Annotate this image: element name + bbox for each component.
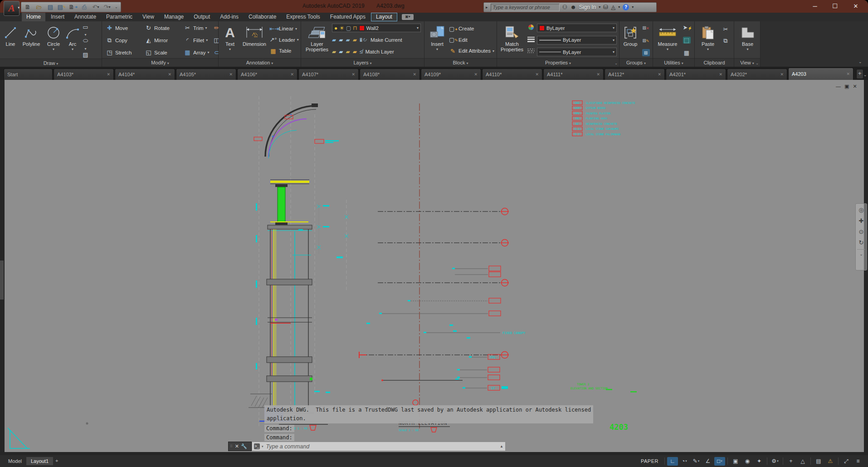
object-snap-tracking-toggle[interactable]: ∠ [702,457,713,466]
file-tab-a4108[interactable]: A4108*✕ [360,69,420,80]
ribbon-tab-insert[interactable]: Insert [46,13,69,21]
ribbon-tab-annotate[interactable]: Annotate [70,13,101,21]
command-wrench-icon[interactable]: 🔧 [241,443,247,449]
new-tab-button[interactable]: + [856,69,863,79]
file-tab-a4109[interactable]: A4109*✕ [421,69,481,80]
ribbon-tab-home[interactable]: Home [22,13,45,21]
sign-in-chevron-icon[interactable]: ▾ [599,3,600,12]
close-icon[interactable]: ✕ [780,72,784,77]
layer-off-icon[interactable]: ▰ [332,49,336,54]
fillet-tool[interactable]: ◜Fillet▾ [184,35,212,46]
ribbon-tab-manage[interactable]: Manage [160,13,188,21]
panel-label-block[interactable]: Block▾ [424,58,497,67]
file-tab-a4203-active[interactable]: A4203✕ [788,68,853,80]
file-tab-a4111[interactable]: A4111*✕ [543,69,604,80]
circle-tool[interactable]: Circle ▾ [44,22,63,59]
group-edit-icon[interactable]: ⧈✎ [642,37,650,44]
selection-cycling-toggle[interactable]: ▣ [730,457,741,466]
command-expand-icon[interactable]: ▲ [500,444,503,448]
doc-minimize-icon[interactable]: — [836,84,841,89]
file-tab-a4202[interactable]: A4202*✕ [727,69,787,80]
ellipse-icon[interactable]: ⬭ ▾ [82,37,89,51]
annotation-scale-button[interactable]: △ [797,457,808,466]
search-icon[interactable]: ⚇ [562,3,568,12]
rectangle-icon[interactable]: ▭ ▾ [82,24,89,37]
annotation-visibility-toggle[interactable]: ◉ [742,457,753,466]
match-properties-button[interactable]: Match Properties [499,22,525,58]
scale-tool[interactable]: ◱Scale [145,47,183,58]
doc-close-icon[interactable]: ✕ [853,84,857,89]
layer-walk-icon[interactable]: ▰ [339,49,343,54]
ribbon-tab-addins[interactable]: Add-ins [215,13,243,21]
arc-tool[interactable]: Arc ▾ [64,22,81,59]
cut-icon[interactable]: ✂ [722,26,730,33]
recent-commands-chevron[interactable]: ▾ [262,445,263,448]
mirror-tool[interactable]: ◭Mirror [145,35,183,46]
ribbon-tab-parametric[interactable]: Parametric [102,13,137,21]
polyline-tool[interactable]: Polyline [20,22,43,59]
command-input[interactable] [265,443,498,450]
plot-preview-icon[interactable]: 🗎➜ [69,4,77,11]
file-tab-a4104[interactable]: A4104*✕ [115,69,175,80]
group-selection-toggle[interactable]: ⧈ [642,49,650,56]
line-tool[interactable]: Line [2,22,19,59]
panel-label-draw[interactable]: Draw▾ [0,59,102,67]
model-tab[interactable]: Model [4,457,26,465]
panel-label-annotation[interactable]: Annotation▾ [219,58,301,67]
command-bar-grip[interactable]: ⠿ ✕ 🔧 [228,442,252,451]
maximize-button[interactable]: ☐ [828,2,842,11]
left-scroll-indicator[interactable] [0,261,4,300]
paper-space-indicator[interactable]: PAPER [641,458,658,464]
panel-label-modify[interactable]: Modify▾ [102,58,218,67]
array-tool[interactable]: ▦Array▾ [184,47,212,58]
linear-dimension-tool[interactable]: ⇤⇥Linear▾ [269,24,299,33]
autoscale-toggle[interactable]: ✦ [754,457,765,466]
file-tab-a4110[interactable]: A4110*✕ [482,69,542,80]
point-select-icon[interactable]: ⬚ [683,37,691,44]
doc-restore-icon[interactable]: ▣ [844,84,849,89]
workspace-settings-button[interactable]: ⚙▾ [770,457,780,466]
command-input-field[interactable]: >_ ▾ ▲ [252,442,506,451]
quick-calc-icon[interactable]: ▦ [683,49,691,56]
open-file-icon[interactable]: 🗁 [35,4,43,11]
layer-unisolate-icon[interactable]: ▰ [339,37,343,43]
close-icon[interactable]: ✕ [107,72,110,77]
layer-freeze-icon[interactable]: ▰ [346,37,350,43]
save-icon[interactable]: ▤ [47,4,54,11]
annotation-monitor-button[interactable]: ⚠ [825,457,836,466]
file-tab-a4112[interactable]: A4112*✕ [605,69,665,80]
search-input[interactable] [491,4,560,11]
file-tab-a4107[interactable]: A4107*✕ [298,69,359,80]
close-icon[interactable]: ✕ [168,72,171,77]
new-file-icon[interactable]: 🗎 [24,4,31,11]
ribbon-display-toggle[interactable]: ▣▾ [402,14,414,20]
close-icon[interactable]: ✕ [351,72,355,77]
panel-label-groups[interactable]: Groups▾ [619,58,653,67]
copy-clip-icon[interactable]: ⧉ [722,37,730,44]
customization-menu-button[interactable]: ≡ [853,457,863,466]
lineweight-icon[interactable] [527,36,535,44]
zoom-icon[interactable]: ⊙ [859,227,864,236]
edit-block-button[interactable]: ▢✎Edit [449,35,494,44]
ribbon-tab-layout[interactable]: Layout [371,13,397,21]
help-chevron-icon[interactable]: ▾ [632,3,634,12]
file-tab-a4106[interactable]: A4106*✕ [237,69,297,80]
match-layer-button[interactable]: Match Layer [366,49,394,54]
edit-attributes-button[interactable]: ✎Edit Attributes▾ [449,46,494,55]
move-tool[interactable]: ✚Move [106,23,144,34]
close-icon[interactable]: ✕ [596,72,600,77]
panel-label-clipboard[interactable]: Clipboard [695,58,734,67]
qat-menu-icon[interactable]: ⌄ [115,5,118,9]
quick-select-icon[interactable]: ➤⚡ [683,24,691,31]
undo-icon[interactable]: ↶▾ [92,4,99,11]
tab-overflow-chevron[interactable]: ⌄ [863,72,867,80]
command-close-icon[interactable]: ✕ [235,443,239,449]
ungroup-icon[interactable]: ⧈✕ [642,24,650,31]
close-icon[interactable]: ✕ [535,72,539,77]
ribbon-tab-express-tools[interactable]: Express Tools [282,13,324,21]
object-color-dropdown[interactable]: ByLayer▾ [537,24,617,32]
close-icon[interactable]: ✕ [846,72,850,76]
close-icon[interactable]: ✕ [290,72,294,77]
autodesk-app-icon[interactable]: ◬ [611,3,615,12]
navbar-menu-icon[interactable]: ⌄ [857,249,865,259]
